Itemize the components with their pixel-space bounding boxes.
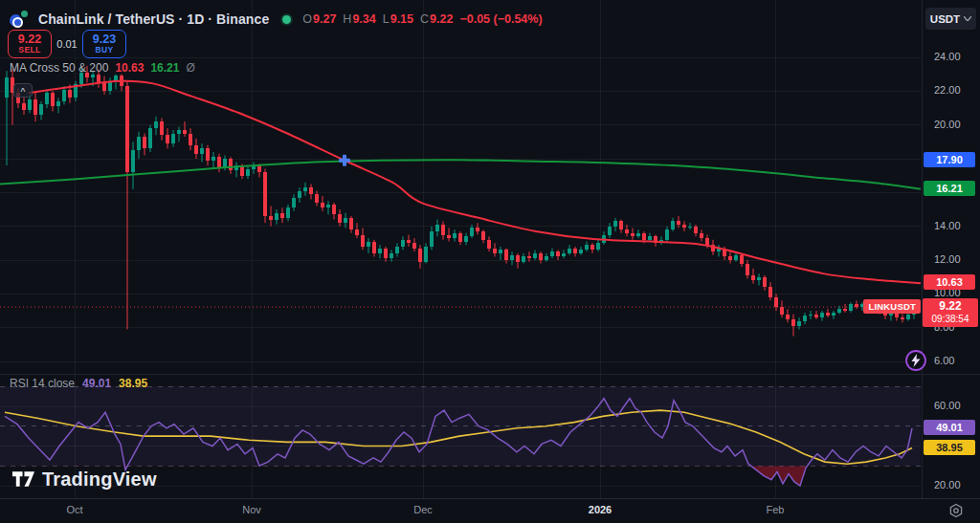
symbol-title[interactable]: ChainLink / TetherUS · 1D · Binance: [38, 11, 269, 27]
countdown-timer: 09:38:54: [923, 314, 978, 325]
currency-unit-button[interactable]: USDT: [925, 8, 976, 30]
price-axis-label: 12.00: [934, 253, 961, 265]
market-status-dot-icon[interactable]: [282, 15, 291, 24]
pair-logo-icon: [8, 9, 33, 30]
currency-unit-label: USDT: [930, 13, 960, 25]
price-axis[interactable]: USDT 24.0022.0020.0014.0012.0010.008.006…: [922, 0, 980, 498]
time-axis-label: Feb: [767, 504, 785, 515]
ma-cross-legend[interactable]: MA Cross 50 & 200 10.63 16.21 Ø: [10, 61, 195, 75]
rsi-label: RSI 14 close: [10, 377, 75, 390]
buy-label: BUY: [95, 46, 113, 54]
sell-button[interactable]: 9.22 SELL: [8, 30, 52, 58]
chart-canvas[interactable]: [0, 0, 980, 523]
rsi-axis-label: 60.00: [934, 400, 961, 411]
symbol-price-tag: LINKUSDT: [863, 299, 921, 314]
close-label: C: [420, 12, 429, 26]
price-axis-label: 24.00: [934, 51, 961, 62]
price-axis-label: 6.00: [934, 355, 954, 366]
price-axis-label: 14.00: [934, 220, 961, 231]
rsi-value-badge: 38.95: [924, 440, 975, 455]
high-value: 9.34: [352, 12, 375, 26]
price-axis-label: 20.00: [934, 119, 961, 130]
chevron-down-icon: [964, 16, 971, 21]
trade-panel: 9.22 SELL 0.01 9.23 BUY: [8, 30, 126, 58]
ma200-value: 16.21: [150, 61, 179, 75]
last-price-value: 9.22: [923, 299, 978, 314]
price-level-badge: 10.63: [924, 274, 975, 290]
symbol-header: ChainLink / TetherUS · 1D · Binance O9.2…: [8, 9, 543, 30]
price-level-badge: 16.21: [924, 181, 975, 196]
trading-chart-window: ChainLink / TetherUS · 1D · Binance O9.2…: [0, 0, 980, 523]
change-value: −0.05 (−0.54%): [459, 12, 542, 26]
time-axis[interactable]: OctNovDec2026Feb: [0, 498, 980, 523]
open-label: O: [302, 12, 312, 26]
ma-cross-label: MA Cross 50 & 200: [10, 61, 108, 75]
close-value: 9.22: [430, 12, 453, 26]
last-price-badge: 9.22 09:38:54: [923, 298, 978, 327]
ohlc-values: O9.27 H9.34 L9.15 C9.22 −0.05 (−0.54%): [302, 12, 542, 26]
ma-cross-extra-value: Ø: [186, 61, 194, 75]
sell-label: SELL: [18, 46, 40, 54]
low-value: 9.15: [390, 12, 413, 26]
flash-boost-icon[interactable]: [904, 349, 927, 372]
time-axis-label: Nov: [242, 504, 261, 515]
rsi-axis-label: 20.00: [934, 479, 961, 490]
tether-logo-icon: [19, 9, 30, 19]
spread-value: 0.01: [52, 38, 82, 50]
rsi-value: 49.01: [82, 377, 111, 390]
buy-button[interactable]: 9.23 BUY: [82, 30, 126, 58]
price-axis-label: 22.00: [934, 84, 961, 96]
axis-settings-gear-icon[interactable]: [948, 503, 964, 518]
low-label: L: [383, 12, 390, 26]
time-axis-label: Dec: [413, 504, 433, 515]
rsi-value-badge: 49.01: [924, 420, 975, 435]
tradingview-wordmark: TradingView: [42, 469, 157, 490]
ma50-value: 10.63: [115, 61, 144, 75]
rsi-legend[interactable]: RSI 14 close 49.01 38.95: [10, 377, 147, 390]
time-axis-label: 2026: [589, 504, 612, 515]
tradingview-mark-icon: [11, 470, 35, 490]
price-level-badge: 17.90: [924, 152, 975, 167]
time-axis-label: Oct: [66, 504, 82, 515]
open-value: 9.27: [313, 12, 336, 26]
high-label: H: [343, 12, 351, 26]
tradingview-logo[interactable]: TradingView: [11, 469, 157, 490]
rsi-ma-value: 38.95: [119, 377, 147, 390]
collapse-legend-button[interactable]: ^: [13, 83, 33, 98]
